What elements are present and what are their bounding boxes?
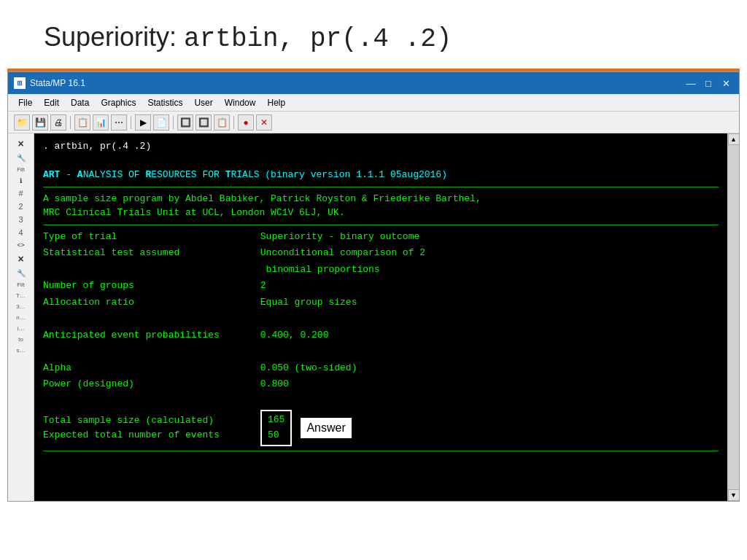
sidebar-item-2[interactable]: 2 bbox=[8, 201, 34, 212]
sidebar-item-tool2[interactable]: 🔧 bbox=[8, 268, 34, 279]
total-sample-value: 165 bbox=[268, 414, 285, 425]
menu-bar: File Edit Data Graphics Statistics User … bbox=[8, 94, 739, 112]
scroll-down-arrow[interactable]: ▼ bbox=[728, 489, 740, 501]
page-title-code: artbin, pr(.4 .2) bbox=[184, 24, 452, 54]
break-button[interactable]: ● bbox=[238, 114, 254, 131]
answer-label: Answer bbox=[301, 418, 351, 438]
graph-button[interactable]: 📊 bbox=[93, 114, 109, 131]
sidebar-item-hash[interactable]: # bbox=[8, 187, 34, 199]
row-num-groups: Number of groups 2 bbox=[43, 279, 719, 293]
scroll-track[interactable] bbox=[728, 145, 739, 489]
toolbar-sep3 bbox=[173, 116, 174, 129]
row-event-prob: Anticipated event probabilities 0.400, 0… bbox=[43, 328, 719, 343]
row-totals: Total sample size (calculated) Expected … bbox=[43, 410, 719, 446]
menu-graphics[interactable]: Graphics bbox=[96, 96, 140, 109]
sidebar-item-to: to bbox=[8, 335, 34, 344]
row-allocation: Allocation ratio Equal group sizes bbox=[43, 295, 719, 310]
label-num-groups: Number of groups bbox=[43, 279, 255, 293]
title-bar-buttons: — □ ✕ bbox=[684, 77, 733, 89]
data-editor-button[interactable]: 🔲 bbox=[177, 114, 193, 131]
menu-window[interactable]: Window bbox=[220, 96, 260, 109]
sidebar-item-arrows[interactable]: <> bbox=[8, 240, 34, 250]
value-num-groups: 2 bbox=[260, 280, 266, 291]
script-button[interactable]: 📄 bbox=[153, 114, 169, 131]
label-total-sample: Total sample size (calculated) bbox=[43, 415, 214, 426]
save-button[interactable]: 💾 bbox=[32, 114, 48, 131]
title-bar: ⊞ Stata/MP 16.1 — □ ✕ bbox=[8, 72, 739, 94]
toolbar-sep1 bbox=[70, 116, 71, 129]
sidebar-item-x[interactable]: × bbox=[8, 136, 34, 151]
minimize-button[interactable]: — bbox=[684, 77, 698, 89]
open-folder-button[interactable]: 📁 bbox=[14, 114, 30, 131]
left-sidebar: × 🔧 Filt ℹ # 2 3 4 <> × 🔧 Filt T… 3… n… … bbox=[8, 133, 34, 501]
label-statistical-test: Statistical test assumed bbox=[43, 246, 255, 260]
value-statistical-test-cont: binomial proportions bbox=[260, 264, 380, 275]
menu-edit[interactable]: Edit bbox=[39, 96, 63, 109]
main-content: × 🔧 Filt ℹ # 2 3 4 <> × 🔧 Filt T… 3… n… … bbox=[8, 133, 739, 501]
right-scrollbar[interactable]: ▲ ▼ bbox=[727, 133, 739, 501]
art-header-line: ART - ANALYSIS OF RESOURCES FOR TRIALS (… bbox=[43, 168, 719, 182]
row-statistical-test-cont: binomial proportions bbox=[43, 262, 719, 277]
sidebar-item-x2[interactable]: × bbox=[8, 252, 34, 266]
separator1 bbox=[43, 187, 719, 187]
value-statistical-test: Unconditional comparison of 2 bbox=[260, 247, 425, 258]
menu-user[interactable]: User bbox=[190, 96, 217, 109]
description-line1: A sample size program by Abdel Babiker, … bbox=[43, 192, 719, 206]
sidebar-item-n: n… bbox=[8, 313, 34, 322]
variable-button[interactable]: 📋 bbox=[214, 114, 230, 131]
page-title-plain: Superiority: bbox=[44, 22, 184, 52]
stata-app-icon: ⊞ bbox=[14, 77, 26, 89]
label-alpha: Alpha bbox=[43, 361, 255, 376]
menu-file[interactable]: File bbox=[14, 96, 36, 109]
menu-data[interactable]: Data bbox=[66, 96, 93, 109]
expected-events-value: 50 bbox=[268, 429, 279, 440]
log-button[interactable]: 📋 bbox=[74, 114, 90, 131]
value-alpha: 0.050 (two-sided) bbox=[260, 362, 357, 373]
close-button[interactable]: ✕ bbox=[719, 77, 733, 89]
label-type-of-trial: Type of trial bbox=[43, 230, 255, 244]
label-event-prob: Anticipated event probabilities bbox=[43, 328, 255, 343]
sidebar-item-i: i… bbox=[8, 324, 34, 333]
terminal-output[interactable]: . artbin, pr(.4 .2) ART - ANALYSIS OF RE… bbox=[34, 133, 727, 501]
sidebar-item-tool1[interactable]: 🔧 bbox=[8, 152, 34, 163]
label-allocation: Allocation ratio bbox=[43, 295, 255, 310]
value-type-of-trial: Superiority - binary outcome bbox=[260, 231, 419, 242]
sidebar-item-s: s… bbox=[8, 346, 34, 355]
sidebar-item-4[interactable]: 4 bbox=[8, 227, 34, 238]
separator3 bbox=[43, 451, 719, 451]
label-power: Power (designed) bbox=[43, 377, 255, 392]
do-button[interactable]: ▶ bbox=[135, 114, 151, 131]
answer-box: 165 50 bbox=[260, 410, 292, 446]
toolbar-sep2 bbox=[131, 116, 131, 129]
menu-statistics[interactable]: Statistics bbox=[143, 96, 187, 109]
value-power: 0.800 bbox=[260, 378, 289, 389]
sidebar-item-info[interactable]: ℹ bbox=[8, 176, 34, 186]
title-bar-title: Stata/MP 16.1 bbox=[30, 78, 85, 88]
row-alpha: Alpha 0.050 (two-sided) bbox=[43, 361, 719, 376]
stop-button[interactable]: ✕ bbox=[256, 114, 272, 131]
value-event-prob: 0.400, 0.200 bbox=[260, 330, 329, 341]
command-line: . artbin, pr(.4 .2) bbox=[43, 139, 719, 154]
sidebar-item-filt1[interactable]: Filt bbox=[8, 165, 34, 174]
label-totals: Total sample size (calculated) Expected … bbox=[43, 413, 255, 442]
scroll-up-arrow[interactable]: ▲ bbox=[728, 133, 740, 145]
more-button[interactable]: ⋯ bbox=[111, 114, 127, 131]
row-statistical-test: Statistical test assumed Unconditional c… bbox=[43, 246, 719, 260]
data-browser-button[interactable]: 🔲 bbox=[196, 114, 212, 131]
row-type-of-trial: Type of trial Superiority - binary outco… bbox=[43, 230, 719, 244]
print-button[interactable]: 🖨 bbox=[50, 114, 66, 131]
description-line2: MRC Clinical Trials Unit at UCL, London … bbox=[43, 206, 719, 220]
sidebar-item-t: T… bbox=[8, 291, 34, 300]
page-title-area: Superiority: artbin, pr(.4 .2) bbox=[0, 0, 747, 69]
sidebar-item-filt2[interactable]: Filt bbox=[8, 280, 34, 289]
value-allocation: Equal group sizes bbox=[260, 297, 357, 308]
row-power: Power (designed) 0.800 bbox=[43, 377, 719, 392]
sidebar-item-3[interactable]: 3 bbox=[8, 214, 34, 225]
menu-help[interactable]: Help bbox=[263, 96, 290, 109]
toolbar-sep4 bbox=[233, 116, 234, 129]
toolbar: 📁 💾 🖨 📋 📊 ⋯ ▶ 📄 🔲 🔲 📋 ● ✕ bbox=[8, 112, 739, 133]
maximize-button[interactable]: □ bbox=[701, 77, 716, 89]
title-bar-left: ⊞ Stata/MP 16.1 bbox=[14, 77, 85, 89]
separator2 bbox=[43, 225, 719, 225]
stata-window: ⊞ Stata/MP 16.1 — □ ✕ File Edit Data Gra… bbox=[7, 71, 740, 502]
